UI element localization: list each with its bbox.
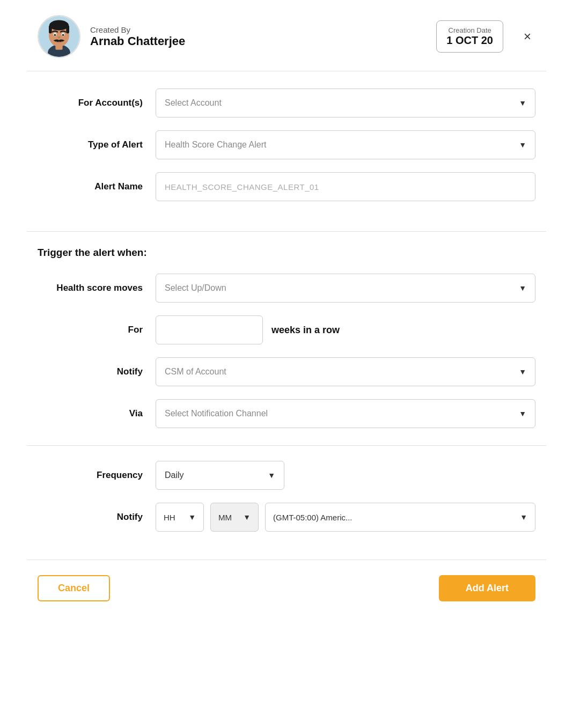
health-score-row: Health score moves Select Up/Down ▼ (38, 274, 535, 303)
creation-date-value: 1 OCT 20 (446, 34, 493, 47)
trigger-section: Trigger the alert when: Health score mov… (27, 232, 546, 445)
account-row: For Account(s) Select Account ▼ (38, 89, 535, 117)
notify-label: Notify (38, 366, 156, 378)
creation-date-label: Creation Date (446, 26, 493, 34)
created-by-label: Created By (90, 25, 427, 34)
notify-time-label: Notify (38, 512, 156, 523)
account-label: For Account(s) (38, 97, 156, 109)
creator-name: Arnab Chatterjee (90, 34, 427, 48)
alert-name-placeholder: HEALTH_SCORE_CHANGE_ALERT_01 (165, 182, 319, 192)
creator-info: Created By Arnab Chatterjee (90, 25, 427, 48)
frequency-label: Frequency (38, 470, 156, 481)
alert-type-dropdown[interactable]: Health Score Change Alert ▼ (156, 130, 535, 159)
timezone-dropdown[interactable]: (GMT-05:00) Americ... ▼ (265, 503, 535, 532)
creation-date-box: Creation Date 1 OCT 20 (436, 20, 503, 53)
notify-value: CSM of Account (165, 367, 226, 377)
notify-dropdown[interactable]: CSM of Account ▼ (156, 357, 535, 386)
account-placeholder: Select Account (165, 98, 222, 108)
health-score-dropdown-arrow: ▼ (519, 284, 526, 292)
tz-label: (GMT-05:00) Americ... (273, 513, 352, 522)
alert-name-row: Alert Name HEALTH_SCORE_CHANGE_ALERT_01 (38, 172, 535, 201)
for-input[interactable] (156, 315, 263, 344)
header: Created By Arnab Chatterjee Creation Dat… (27, 0, 546, 71)
notify-time-row: Notify HH ▼ MM ▼ (GMT-05:00) Americ... ▼ (38, 503, 535, 532)
frequency-dropdown-arrow: ▼ (268, 471, 275, 480)
account-dropdown-arrow: ▼ (519, 99, 526, 107)
alert-type-label: Type of Alert (38, 139, 156, 151)
frequency-row: Frequency Daily ▼ (38, 461, 535, 490)
frequency-section: Frequency Daily ▼ Notify HH ▼ MM ▼ (GMT-… (27, 446, 546, 560)
svg-point-10 (62, 34, 64, 36)
time-dropdowns: HH ▼ MM ▼ (GMT-05:00) Americ... ▼ (156, 503, 535, 532)
account-dropdown[interactable]: Select Account ▼ (156, 89, 535, 117)
alert-type-value: Health Score Change Alert (165, 140, 266, 150)
for-label: For (38, 325, 156, 335)
svg-point-9 (54, 34, 56, 36)
via-row: Via Select Notification Channel ▼ (38, 399, 535, 428)
add-alert-button[interactable]: Add Alert (439, 575, 535, 601)
health-score-placeholder: Select Up/Down (165, 283, 226, 293)
via-dropdown[interactable]: Select Notification Channel ▼ (156, 399, 535, 428)
health-score-label: Health score moves (38, 282, 156, 294)
health-score-dropdown[interactable]: Select Up/Down ▼ (156, 274, 535, 303)
avatar (38, 15, 80, 58)
notify-dropdown-arrow: ▼ (519, 367, 526, 376)
svg-rect-6 (66, 25, 69, 33)
hh-dropdown[interactable]: HH ▼ (156, 503, 204, 532)
mm-dropdown-arrow: ▼ (243, 513, 251, 521)
hh-dropdown-arrow: ▼ (188, 513, 196, 521)
alert-type-row: Type of Alert Health Score Change Alert … (38, 130, 535, 159)
close-button[interactable]: × (519, 27, 535, 46)
svg-rect-5 (49, 25, 52, 33)
weeks-label: weeks in a row (271, 325, 340, 336)
alert-name-label: Alert Name (38, 181, 156, 193)
form-section: For Account(s) Select Account ▼ Type of … (27, 71, 546, 231)
footer: Cancel Add Alert (27, 560, 546, 619)
hh-label: HH (164, 513, 175, 522)
trigger-title: Trigger the alert when: (38, 247, 535, 259)
via-label: Via (38, 408, 156, 420)
svg-point-4 (49, 20, 69, 31)
tz-dropdown-arrow: ▼ (520, 513, 527, 521)
frequency-dropdown[interactable]: Daily ▼ (156, 461, 284, 490)
frequency-value: Daily (165, 470, 184, 480)
for-row: For weeks in a row (38, 315, 535, 344)
mm-label: MM (218, 513, 232, 522)
via-placeholder: Select Notification Channel (165, 409, 268, 418)
alert-name-input[interactable]: HEALTH_SCORE_CHANGE_ALERT_01 (156, 172, 535, 201)
notify-row: Notify CSM of Account ▼ (38, 357, 535, 386)
alert-type-dropdown-arrow: ▼ (519, 141, 526, 149)
cancel-button[interactable]: Cancel (38, 575, 110, 601)
mm-dropdown[interactable]: MM ▼ (210, 503, 259, 532)
via-dropdown-arrow: ▼ (519, 409, 526, 418)
